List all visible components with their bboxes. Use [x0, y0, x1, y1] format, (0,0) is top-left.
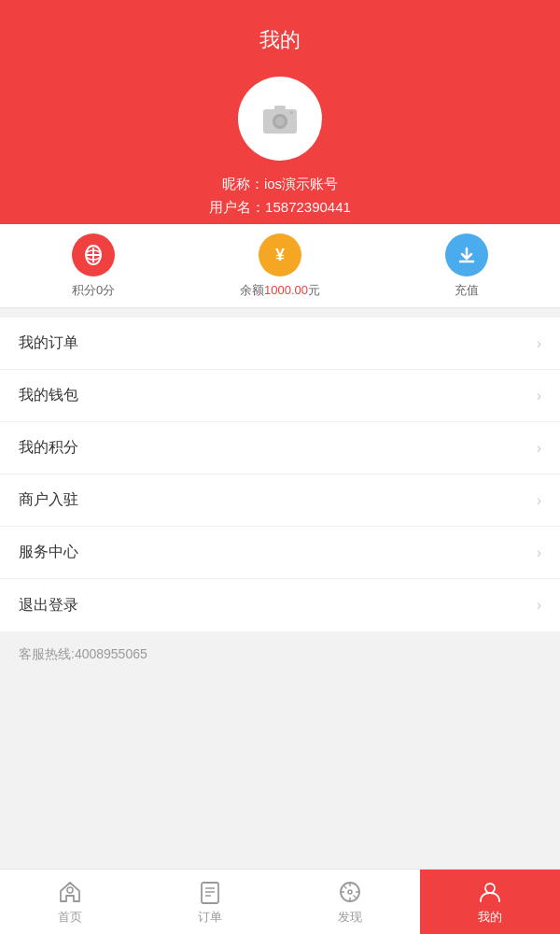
svg-point-17	[348, 890, 352, 894]
chevron-right-icon: ›	[537, 388, 541, 404]
menu-item-wallet-label: 我的钱包	[19, 386, 78, 405]
discover-icon	[337, 879, 363, 905]
svg-point-24	[485, 884, 495, 893]
chevron-right-icon: ›	[537, 597, 541, 614]
menu-item-merchant[interactable]: 商户入驻 ›	[0, 474, 560, 527]
menu-item-logout[interactable]: 退出登录 ›	[0, 579, 560, 631]
recharge-label: 充值	[455, 282, 479, 299]
svg-point-11	[67, 887, 73, 893]
stat-balance[interactable]: ¥ 余额1000.00元	[187, 234, 373, 299]
nav-item-profile[interactable]: 我的	[420, 870, 560, 934]
svg-point-2	[275, 117, 285, 126]
customer-service: 客服热线:4008955065	[0, 631, 560, 678]
stats-row: 积分0分 ¥ 余额1000.00元 充值	[0, 224, 560, 308]
stat-recharge[interactable]: 充值	[373, 234, 560, 299]
menu-list: 我的订单 › 我的钱包 › 我的积分 › 商户入驻 › 服务中心 › 退出登录 …	[0, 318, 560, 631]
balance-label: 余额1000.00元	[240, 282, 320, 299]
menu-item-service[interactable]: 服务中心 ›	[0, 527, 560, 579]
nav-profile-label: 我的	[478, 909, 502, 926]
points-icon	[72, 234, 115, 276]
camera-icon	[261, 102, 299, 135]
svg-rect-12	[202, 883, 218, 903]
svg-rect-4	[289, 111, 293, 114]
stat-points[interactable]: 积分0分	[0, 234, 187, 299]
menu-item-points-label: 我的积分	[19, 438, 78, 458]
page-title: 我的	[259, 26, 301, 54]
profile-icon	[477, 879, 503, 905]
nav-item-home[interactable]: 首页	[0, 870, 140, 934]
chevron-right-icon: ›	[537, 545, 541, 561]
menu-item-orders[interactable]: 我的订单 ›	[0, 318, 560, 370]
home-icon	[57, 879, 83, 905]
balance-icon: ¥	[259, 234, 301, 276]
profile-header: 我的 昵称：ios演示账号 用户名：15872390441	[0, 0, 560, 224]
user-nickname: 昵称：ios演示账号	[222, 176, 338, 193]
nav-orders-label: 订单	[198, 909, 222, 926]
balance-prefix: 余额	[240, 283, 264, 297]
menu-item-logout-label: 退出登录	[19, 596, 78, 616]
user-username: 用户名：15872390441	[209, 199, 351, 217]
chevron-right-icon: ›	[537, 440, 541, 457]
bottom-nav: 首页 订单 发现 我的	[0, 869, 560, 934]
menu-item-service-label: 服务中心	[19, 543, 78, 562]
avatar[interactable]	[238, 77, 322, 161]
svg-text:¥: ¥	[275, 246, 285, 264]
nav-item-discover[interactable]: 发现	[280, 870, 420, 934]
menu-item-wallet[interactable]: 我的钱包 ›	[0, 370, 560, 422]
svg-line-22	[344, 885, 347, 888]
svg-line-23	[354, 895, 357, 898]
orders-icon	[197, 879, 223, 905]
balance-amount: 1000.00	[264, 283, 308, 297]
svg-rect-3	[274, 106, 286, 111]
nav-discover-label: 发现	[338, 909, 362, 926]
menu-item-orders-label: 我的订单	[19, 333, 78, 353]
menu-item-merchant-label: 商户入驻	[19, 490, 78, 510]
recharge-icon	[445, 234, 488, 276]
menu-item-points[interactable]: 我的积分 ›	[0, 422, 560, 474]
nav-item-orders[interactable]: 订单	[140, 870, 280, 934]
customer-service-text: 客服热线:4008955065	[19, 646, 147, 661]
points-label: 积分0分	[72, 282, 115, 299]
balance-suffix: 元	[308, 283, 320, 297]
nav-home-label: 首页	[58, 909, 82, 926]
chevron-right-icon: ›	[537, 492, 541, 509]
chevron-right-icon: ›	[537, 335, 541, 352]
